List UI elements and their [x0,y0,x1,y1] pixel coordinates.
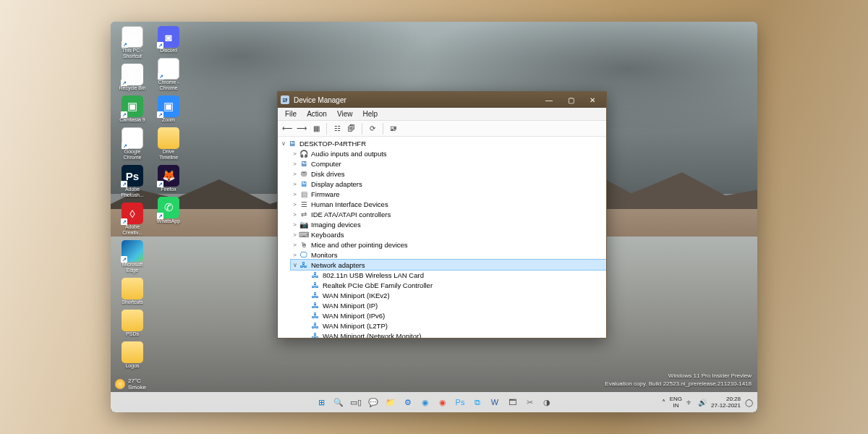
taskbar-settings[interactable]: ⚙ [401,395,415,409]
taskbar-word[interactable]: W [488,395,502,409]
folder-logos-icon [122,341,143,363]
expand-icon[interactable]: > [291,211,299,218]
category-label: Mice and other pointing devices [311,241,408,249]
language-indicator[interactable]: ENG IN [670,396,682,409]
titlebar[interactable]: 🖳 Device Manager — ▢ ✕ [278,92,606,108]
desktop-icon-recycle-bin[interactable]: 🗑↗Recycle Bin [116,64,148,91]
device-label: WAN Miniport (IPv6) [323,312,385,320]
tree-root[interactable]: ∨🖥DESKTOP-P4RTHFR [279,138,606,148]
taskbar-chrome[interactable]: ◉ [435,395,450,409]
category-monitors[interactable]: >🖵Monitors [291,250,606,260]
minimize-button[interactable]: — [538,93,560,107]
category-disk-drives[interactable]: >⛃Disk drives [291,169,606,179]
expand-icon[interactable]: > [291,231,299,238]
device-wan-miniport-l2tp-[interactable]: 🖧WAN Miniport (L2TP) [302,320,606,331]
shortcut-arrow-icon: ↗ [157,111,163,118]
desktop-icon-discord[interactable]: ◙↗Discord [153,26,184,54]
maximize-button[interactable]: ▢ [560,93,582,107]
category-mice-and-other-pointing-devices[interactable]: >🖱Mice and other pointing devices [291,239,606,250]
taskbar-photoshop[interactable]: Ps [453,395,467,409]
taskbar-snip[interactable]: ✂ [522,395,537,409]
icon-label: Camtasia 9 [119,117,145,123]
watermark-line2: Evaluation copy. Build 22523.ni_prerelea… [605,380,752,388]
menu-help[interactable]: Help [358,110,382,118]
tray-chevron-up-icon[interactable]: ˄ [662,399,665,407]
volume-icon[interactable]: 🔊 [698,399,707,407]
desktop-icon-camtasia[interactable]: ▣↗Camtasia 9 [116,95,148,123]
expand-icon[interactable]: > [291,242,299,248]
toolbar-forward-button[interactable]: ⟶ [295,122,308,135]
expand-icon[interactable]: > [291,221,299,228]
device-tree[interactable]: ∨🖥DESKTOP-P4RTHFR>🎧Audio inputs and outp… [278,137,606,338]
taskbar-start-button[interactable]: ⊞ [314,395,328,409]
taskbar-vscode[interactable]: ⧉ [470,395,485,409]
collapse-icon[interactable]: ∨ [279,140,287,147]
desktop-icon-firefox[interactable]: 🦊↗Firefox [153,165,184,192]
notifications-icon[interactable]: ◯ [745,399,753,407]
expand-icon[interactable]: > [291,201,299,208]
toolbar-refresh-button[interactable]: 🗐 [345,122,358,135]
desktop-icon-folder-drive[interactable]: Drive Timeline [153,127,184,161]
expand-icon[interactable]: > [291,181,299,187]
taskbar-task-view[interactable]: ▭▯ [349,395,363,409]
icon-label: Microsoft Edge [116,262,148,273]
edge-icon: ↗ [122,240,143,262]
taskbar-edge[interactable]: ◉ [418,395,433,409]
desktop-icon-folder-logos[interactable]: Logos [116,341,148,369]
device-802-11n-usb-wireless-lan-card[interactable]: 🖧802.11n USB Wireless LAN Card [302,270,606,280]
device-wan-miniport-ikev2-[interactable]: 🖧WAN Miniport (IKEv2) [302,290,606,300]
category-ide-ata-atapi-controllers[interactable]: >⇄IDE ATA/ATAPI controllers [291,209,606,219]
device-realtek-pcie-gbe-family-controller[interactable]: 🖧Realtek PCIe GbE Family Controller [302,280,606,290]
toolbar-scan-hardware-button[interactable]: 🖳 [387,122,400,135]
category-human-interface-devices[interactable]: >☰Human Interface Devices [291,199,606,209]
expand-icon[interactable]: > [291,252,299,258]
category-firmware[interactable]: >▤Firmware [291,189,606,199]
category-computer[interactable]: >🖥Computer [291,158,606,169]
category-icon: ☰ [299,200,309,208]
toolbar-update-driver-button[interactable]: ⟳ [366,122,379,135]
category-imaging-devices[interactable]: >📷Imaging devices [291,219,606,229]
clock[interactable]: 20:28 27-12-2021 [711,396,741,409]
desktop-icon-folder-shortcuts[interactable]: Shortcuts [116,278,148,305]
category-keyboards[interactable]: >⌨Keyboards [291,229,606,239]
desktop-icon-whatsapp[interactable]: ✆↗WhatsApp [153,197,184,224]
desktop-icon-chrome[interactable]: ◉↗Google Chrome [116,127,148,161]
desktop-icon-edge[interactable]: ↗Microsoft Edge [116,240,148,273]
device-wan-miniport-network-monitor-[interactable]: 🖧WAN Miniport (Network Monitor) [302,331,606,338]
toolbar-show-hidden-button[interactable]: ▦ [310,122,323,135]
desktop-icon-folder-psds[interactable]: PSDs [116,310,148,337]
menu-action[interactable]: Action [302,110,331,118]
taskbar-device-manager-task[interactable]: 🗔 [505,395,519,409]
expand-icon[interactable]: > [291,150,299,157]
category-display-adapters[interactable]: >🖥Display adapters [291,179,606,189]
close-button[interactable]: ✕ [582,93,603,107]
desktop-icon-photoshop[interactable]: Ps↗Adobe Photosh... [116,165,148,198]
weather-widget[interactable]: 27°C Smoke [115,378,146,391]
desktop-icon-this-pc[interactable]: 🖥↗This PC - Shortcut [116,26,148,59]
expand-icon[interactable]: > [291,191,299,197]
toolbar-properties-button[interactable]: ☷ [331,122,344,135]
device-wan-miniport-ipv6-[interactable]: 🖧WAN Miniport (IPv6) [302,310,606,320]
taskbar-sharex[interactable]: ◑ [540,395,554,409]
category-network-adapters[interactable]: ∨🖧Network adapters [291,260,606,270]
desktop-icon-creative-cloud[interactable]: ◊↗Adobe Creativ... [116,203,148,236]
collapse-icon[interactable]: ∨ [291,262,299,268]
menu-view[interactable]: View [333,110,357,118]
taskbar-explorer[interactable]: 📁 [383,395,398,409]
toolbar-back-button[interactable]: ⟵ [281,122,294,135]
wifi-icon[interactable]: ᯤ [686,399,694,407]
desktop-icon-zoom[interactable]: ▣↗Zoom [153,95,184,123]
expand-icon[interactable]: > [291,171,299,177]
lang-top: ENG [670,396,682,402]
device-wan-miniport-ip-[interactable]: 🖧WAN Miniport (IP) [302,300,606,310]
window-title: Device Manager [294,96,538,104]
network-adapter-icon: 🖧 [310,271,320,279]
toolbar-separator [326,123,327,135]
taskbar-chat[interactable]: 💬 [366,395,380,409]
expand-icon[interactable]: > [291,161,299,167]
taskbar-search-button[interactable]: 🔍 [331,395,346,409]
network-adapter-icon: 🖧 [310,291,320,299]
category-audio-inputs-and-outputs[interactable]: >🎧Audio inputs and outputs [291,148,606,158]
desktop-icon-chrome-2[interactable]: ◉↗Chrome - Chrome [153,58,184,91]
menu-file[interactable]: File [281,110,301,118]
